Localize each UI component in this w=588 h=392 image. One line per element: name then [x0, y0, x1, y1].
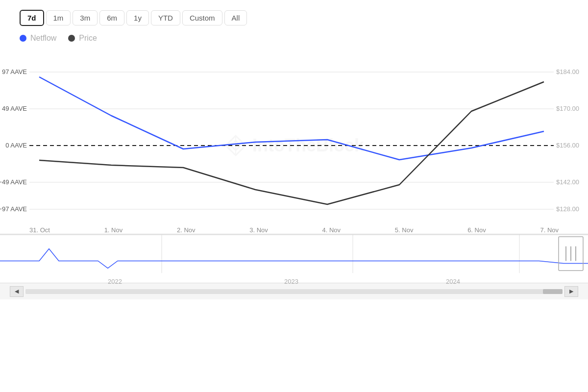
x-label-5nov: 5. Nov	[395, 226, 414, 234]
x-label-1nov: 1. Nov	[104, 226, 123, 234]
main-chart-area: IntoTheBlock 97 AAVE 49 AAVE 0 AAVE −49 …	[0, 57, 588, 234]
btn-custom[interactable]: Custom	[182, 10, 222, 25]
svg-text:0 AAVE: 0 AAVE	[5, 142, 27, 149]
mini-chart-svg	[0, 234, 588, 283]
svg-text:$128.00: $128.00	[556, 205, 579, 213]
netflow-dot	[20, 35, 26, 42]
netflow-line	[39, 77, 544, 160]
chart-svg: 97 AAVE 49 AAVE 0 AAVE −49 AAVE −97 AAVE…	[0, 57, 588, 234]
scroll-right-arrow[interactable]: ▶	[564, 286, 578, 297]
x-label-6nov: 6. Nov	[467, 226, 486, 234]
svg-text:−49 AAVE: −49 AAVE	[0, 178, 27, 186]
svg-text:−97 AAVE: −97 AAVE	[0, 205, 27, 213]
scroll-thumb[interactable]	[543, 289, 563, 294]
btn-3m[interactable]: 3m	[73, 10, 98, 25]
x-label-7nov: 7. Nov	[540, 226, 559, 234]
price-line	[39, 82, 544, 204]
scroll-left-arrow[interactable]: ◀	[10, 286, 24, 297]
x-label-31oct: 31. Oct	[29, 226, 50, 234]
x-axis-labels: 31. Oct 1. Nov 2. Nov 3. Nov 4. Nov 5. N…	[0, 226, 588, 234]
x-label-4nov: 4. Nov	[322, 226, 341, 234]
mini-netflow-line	[0, 249, 588, 269]
svg-text:$142.00: $142.00	[556, 178, 579, 186]
chart-legend: Netflow Price	[0, 34, 588, 43]
price-label: Price	[79, 34, 97, 43]
scrollbar: ◀ ▶	[0, 283, 588, 299]
btn-7d[interactable]: 7d	[20, 10, 44, 26]
btn-ytd[interactable]: YTD	[151, 10, 180, 25]
price-dot	[68, 35, 75, 42]
legend-netflow: Netflow	[20, 34, 56, 43]
scroll-track[interactable]	[25, 289, 563, 294]
netflow-label: Netflow	[30, 34, 56, 43]
svg-text:$156.00: $156.00	[556, 142, 579, 149]
btn-6m[interactable]: 6m	[99, 10, 124, 25]
mini-chart-container: 2022 2023 2024	[0, 234, 588, 283]
btn-1m[interactable]: 1m	[46, 10, 71, 25]
svg-text:97 AAVE: 97 AAVE	[2, 68, 27, 75]
x-label-3nov: 3. Nov	[249, 226, 268, 234]
time-range-selector: 7d 1m 3m 6m 1y YTD Custom All	[0, 10, 588, 26]
x-label-2nov: 2. Nov	[177, 226, 196, 234]
btn-1y[interactable]: 1y	[126, 10, 149, 25]
chart-container: 7d 1m 3m 6m 1y YTD Custom All Netflow Pr…	[0, 0, 588, 392]
btn-all[interactable]: All	[224, 10, 247, 25]
legend-price: Price	[68, 34, 97, 43]
svg-text:$184.00: $184.00	[556, 68, 579, 75]
svg-text:$170.00: $170.00	[556, 105, 579, 112]
svg-text:49 AAVE: 49 AAVE	[2, 105, 27, 112]
